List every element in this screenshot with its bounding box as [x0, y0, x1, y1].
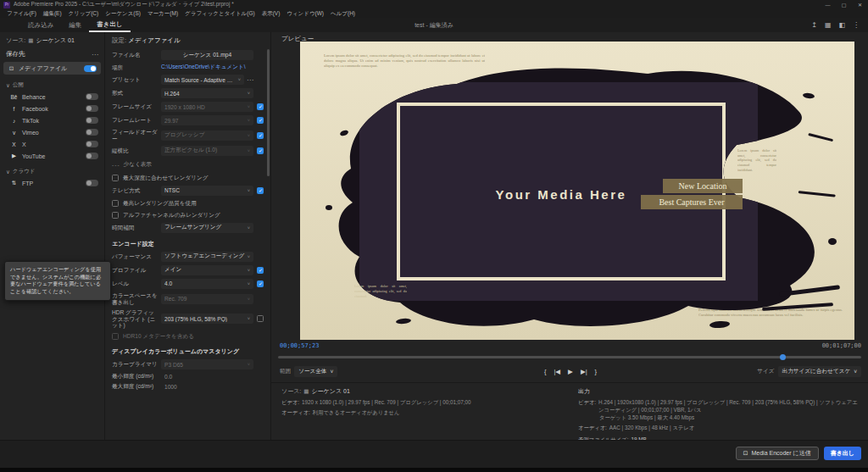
video-frame-graphic: Lorem ipsum dolor sit amet, consectetur … [300, 42, 854, 340]
tab-import[interactable]: 読み込み [20, 18, 61, 32]
facebook-toggle[interactable] [86, 105, 98, 112]
badge2-text: Best Captures Ever [659, 197, 725, 207]
behance-toggle[interactable] [86, 93, 98, 100]
menu-file[interactable]: ファイル(F) [3, 10, 40, 18]
export-settings-panel: 設定: メディアファイル ファイル名 シーケンス 01.mp4 場所 C:\Us… [105, 32, 271, 441]
chevron-down-icon[interactable]: ∨ [6, 82, 10, 89]
publish-item-youtube[interactable]: ▶ YouTube [0, 150, 104, 162]
preview-scrubber[interactable] [278, 356, 861, 358]
field-order-match-checkbox[interactable] [257, 132, 264, 139]
range-dropdown[interactable]: ソース全体 ˅ [294, 366, 337, 377]
size-label: サイズ [757, 368, 774, 375]
hardware-encoding-tooltip: ハードウェアエンコーディングを使用できません。システムがこの機能に必要なハードウ… [4, 261, 111, 301]
level-dropdown[interactable]: 4.0˅ [161, 279, 253, 289]
profile-checkbox[interactable] [257, 267, 264, 274]
mark-out-icon[interactable]: } [595, 368, 598, 375]
video-preview[interactable]: Lorem ipsum dolor sit amet, consectetur … [300, 42, 854, 340]
menu-view[interactable]: 表示(V) [259, 10, 284, 18]
publish-item-behance[interactable]: Bē Behance [0, 91, 104, 103]
source-sequence-name[interactable]: シーケンス 01 [36, 36, 74, 45]
minimize-icon[interactable]: — [820, 0, 836, 9]
tv-standard-dropdown[interactable]: NTSC˅ [161, 186, 253, 196]
publish-label: Behance [22, 94, 46, 100]
tv-standard-checkbox[interactable] [257, 187, 264, 194]
max-luminance-label: 最大輝度 (cd/m²) [112, 383, 158, 390]
lorem-text-right: Lorem ipsum dolor sit amet, consectetur … [737, 148, 776, 172]
destination-header: 保存先 [6, 50, 25, 58]
publish-item-facebook[interactable]: f Facebook [0, 103, 104, 114]
format-dropdown[interactable]: H.264˅ [161, 88, 253, 98]
mark-in-icon[interactable]: { [544, 368, 547, 375]
publish-item-tiktok[interactable]: ♪ TikTok [0, 114, 104, 126]
media-file-toggle[interactable] [84, 65, 97, 72]
overflow-menu-icon[interactable]: ⋮ [853, 21, 860, 29]
filename-input[interactable]: シーケンス 01.mp4 [161, 50, 253, 60]
source-info-name[interactable]: シーケンス 01 [311, 387, 349, 396]
alpha-only-row[interactable]: アルファチャンネルのみレンダリング [105, 209, 270, 221]
chevron-down-icon[interactable]: ∨ [6, 169, 10, 175]
max-render-quality-checkbox[interactable] [112, 200, 119, 207]
destination-media-file[interactable]: ⊡ メディアファイル [3, 62, 101, 75]
profile-dropdown[interactable]: メイン˅ [161, 265, 253, 275]
hdr-white-checkbox[interactable] [257, 315, 264, 322]
menu-help[interactable]: ヘルプ(H) [327, 10, 359, 18]
ftp-toggle[interactable] [86, 180, 98, 186]
current-timecode[interactable]: 00;00;57;23 [280, 342, 319, 349]
panel-icon[interactable]: ◧ [838, 21, 845, 29]
frame-size-match-checkbox[interactable] [257, 103, 264, 110]
show-less-button[interactable]: --- 少なく表示 [105, 158, 270, 172]
menu-edit[interactable]: 編集(E) [40, 10, 65, 18]
publish-item-ftp[interactable]: ⇅ FTP [0, 177, 104, 189]
badge-best-captures: Best Captures Ever [641, 195, 743, 209]
menu-graphics[interactable]: グラフィックとタイトル(G) [181, 10, 259, 18]
vimeo-toggle[interactable] [86, 129, 98, 136]
tiktok-toggle[interactable] [86, 117, 98, 124]
menu-markers[interactable]: マーカー(M) [144, 10, 181, 18]
preset-dropdown[interactable]: Match Source - Adaptive High Bitrate˅ [161, 75, 244, 85]
max-render-quality-row[interactable]: 最高レンダリング品質を使用 [105, 197, 270, 209]
interpolation-dropdown[interactable]: フレームサンプリング˅ [161, 223, 253, 233]
frame-rate-match-checkbox[interactable] [257, 117, 264, 124]
menu-sequence[interactable]: シーケンス(S) [102, 10, 144, 18]
field-order-label: フィールドオーダー [112, 129, 158, 142]
settings-label: 設定: [112, 36, 126, 44]
step-forward-icon[interactable]: ▶| [581, 368, 587, 375]
alpha-only-checkbox[interactable] [112, 212, 119, 219]
source-label: ソース: [6, 36, 25, 45]
workspaces-icon[interactable]: ▦ [825, 21, 832, 29]
publish-item-vimeo[interactable]: v Vimeo [0, 126, 104, 138]
youtube-toggle[interactable] [86, 153, 98, 159]
lorem-text-bottom-left: Lorem ipsum dolor sit amet, consectetur … [354, 284, 407, 299]
level-checkbox[interactable] [257, 280, 264, 287]
playhead-handle[interactable] [780, 354, 786, 360]
hdr-white-label: HDR グラフィックスホワイト (ニット) [112, 309, 158, 330]
hdr-white-dropdown[interactable]: 203 (75% HLG, 58% PQ)˅ [161, 314, 253, 324]
tab-export[interactable]: 書き出し [89, 18, 130, 32]
size-dropdown[interactable]: 出力サイズに合わせてスケ ˅ [778, 366, 861, 377]
step-back-icon[interactable]: |◀ [554, 368, 560, 375]
render-max-depth-row[interactable]: 最大深度に合わせてレンダリング [105, 172, 270, 184]
play-icon[interactable]: ▶ [568, 368, 573, 375]
tab-edit[interactable]: 編集 [61, 18, 89, 32]
aspect-label: 縦横比 [112, 147, 158, 154]
performance-dropdown[interactable]: ソフトウェアエンコーディング˅ [161, 252, 253, 262]
menu-clip[interactable]: クリップ(C) [65, 10, 103, 18]
encode-settings-header: エンコード設定 [105, 235, 270, 250]
close-icon[interactable]: ✕ [852, 0, 868, 9]
settings-scrollbar[interactable] [267, 49, 270, 176]
location-link[interactable]: C:\Users\OneDrive\ドキュメント\ [161, 64, 253, 71]
publish-label: Facebook [22, 106, 48, 112]
send-to-media-encoder-button[interactable]: ⊡ Media Encoder に送信 [736, 447, 819, 460]
publish-item-x[interactable]: X X [0, 138, 104, 150]
export-button[interactable]: 書き出し [824, 447, 861, 460]
aspect-dropdown: 正方形ピクセル (1.0)˅ [161, 146, 253, 156]
render-max-depth-checkbox[interactable] [112, 175, 119, 181]
quick-export-icon[interactable]: ↥ [811, 21, 817, 29]
settings-target: メディアファイル [128, 36, 180, 44]
aspect-match-checkbox[interactable] [257, 147, 264, 154]
menu-window[interactable]: ウィンドウ(W) [283, 10, 327, 18]
x-toggle[interactable] [86, 141, 98, 147]
preset-more-icon[interactable]: ⋯ [247, 76, 253, 84]
maximize-icon[interactable]: ▢ [836, 0, 852, 9]
more-options-icon[interactable]: ⋯ [92, 51, 98, 58]
